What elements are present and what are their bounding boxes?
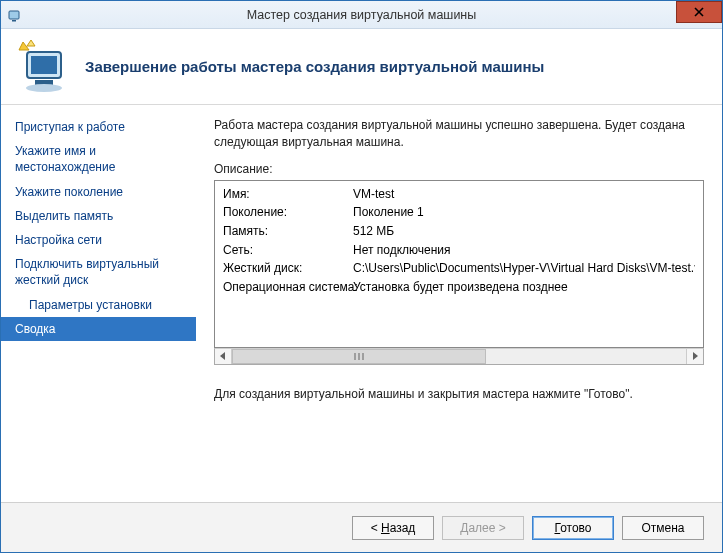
- wizard-body: Приступая к работеУкажите имя и местонах…: [1, 105, 722, 502]
- finish-button[interactable]: Готово: [532, 516, 614, 540]
- wizard-step[interactable]: Приступая к работе: [1, 115, 196, 139]
- summary-value: 512 МБ: [353, 222, 695, 241]
- svg-rect-1: [12, 20, 16, 22]
- wizard-step[interactable]: Укажите имя и местонахождение: [1, 139, 196, 179]
- wizard-step[interactable]: Укажите поколение: [1, 180, 196, 204]
- summary-box: Имя:VM-testПоколение:Поколение 1Память:5…: [214, 180, 704, 348]
- svg-rect-0: [9, 11, 19, 19]
- chevron-right-icon: [692, 352, 698, 360]
- scroll-grip-icon: [352, 353, 366, 360]
- app-icon: [7, 7, 23, 23]
- wizard-step[interactable]: Настройка сети: [1, 228, 196, 252]
- closing-text: Для создания виртуальной машины и закрыт…: [214, 387, 704, 401]
- cancel-button[interactable]: Отмена: [622, 516, 704, 540]
- page-title: Завершение работы мастера создания вирту…: [85, 58, 544, 75]
- summary-value: C:\Users\Public\Documents\Hyper-V\Virtua…: [353, 259, 695, 278]
- titlebar: Мастер создания виртуальной машины: [1, 1, 722, 29]
- wizard-window: Мастер создания виртуальной машины Завер…: [0, 0, 723, 553]
- chevron-left-icon: [220, 352, 226, 360]
- summary-value: Поколение 1: [353, 203, 695, 222]
- intro-text: Работа мастера создания виртуальной маши…: [214, 117, 704, 152]
- scroll-left-arrow[interactable]: [215, 349, 232, 364]
- back-button[interactable]: < Назад: [352, 516, 434, 540]
- summary-value: Нет подключения: [353, 241, 695, 260]
- scroll-right-arrow[interactable]: [686, 349, 703, 364]
- summary-value: VM-test: [353, 185, 695, 204]
- summary-key: Поколение:: [223, 203, 353, 222]
- scroll-track[interactable]: [232, 349, 686, 364]
- summary-row: Память:512 МБ: [223, 222, 695, 241]
- summary-key: Имя:: [223, 185, 353, 204]
- summary-row: Имя:VM-test: [223, 185, 695, 204]
- svg-marker-10: [220, 352, 225, 360]
- summary-value: Установка будет произведена позднее: [353, 278, 695, 297]
- wizard-step[interactable]: Выделить память: [1, 204, 196, 228]
- summary-row: Поколение:Поколение 1: [223, 203, 695, 222]
- wizard-content: Работа мастера создания виртуальной маши…: [196, 105, 722, 502]
- wizard-footer: < Назад Далее > Готово Отмена: [1, 502, 722, 552]
- close-button[interactable]: [676, 1, 722, 23]
- summary-row: Жесткий диск:C:\Users\Public\Documents\H…: [223, 259, 695, 278]
- svg-rect-7: [31, 56, 57, 74]
- wizard-header: Завершение работы мастера создания вирту…: [1, 29, 722, 105]
- close-icon: [694, 7, 704, 17]
- vm-icon: [17, 40, 71, 94]
- svg-marker-11: [693, 352, 698, 360]
- wizard-step[interactable]: Параметры установки: [1, 293, 196, 317]
- summary-row: Операционная система:Установка будет про…: [223, 278, 695, 297]
- summary-key: Жесткий диск:: [223, 259, 353, 278]
- description-label: Описание:: [214, 162, 704, 176]
- wizard-step[interactable]: Подключить виртуальный жесткий диск: [1, 252, 196, 292]
- horizontal-scrollbar[interactable]: [214, 348, 704, 365]
- window-title: Мастер создания виртуальной машины: [1, 8, 722, 22]
- summary-key: Сеть:: [223, 241, 353, 260]
- wizard-step[interactable]: Сводка: [1, 317, 196, 341]
- summary-key: Операционная система:: [223, 278, 353, 297]
- next-button: Далее >: [442, 516, 524, 540]
- scroll-thumb[interactable]: [232, 349, 486, 364]
- summary-key: Память:: [223, 222, 353, 241]
- wizard-steps-sidebar: Приступая к работеУкажите имя и местонах…: [1, 105, 196, 502]
- svg-point-9: [26, 84, 62, 92]
- svg-marker-5: [27, 40, 35, 46]
- summary-row: Сеть:Нет подключения: [223, 241, 695, 260]
